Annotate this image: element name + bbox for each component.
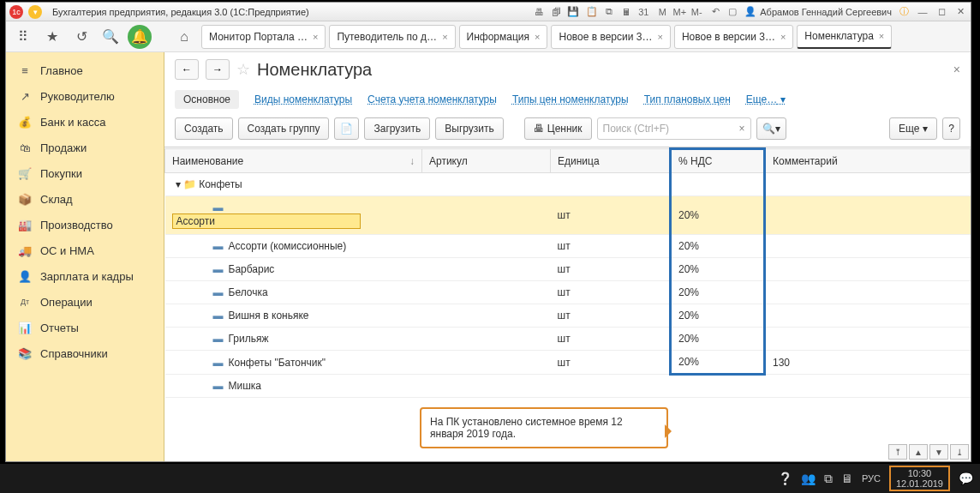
sidebar-item-operations[interactable]: ДтОперации [6, 289, 164, 315]
star-icon[interactable]: ☆ [236, 60, 250, 79]
table-row[interactable]: ▬Конфеты "Батончик"шт20%130 [165, 351, 971, 375]
sidebar-item-bank[interactable]: 💰Банк и касса [6, 109, 164, 135]
subnav-link-types[interactable]: Виды номенклатуры [254, 93, 352, 105]
sidebar-item-catalogs[interactable]: 📚Справочники [6, 340, 164, 366]
create-group-button[interactable]: Создать группу [238, 117, 330, 140]
page-down-button[interactable]: ▼ [929, 444, 948, 460]
tab-close-icon[interactable]: × [657, 32, 662, 42]
home-icon[interactable]: ⌂ [172, 25, 196, 49]
taskbar: ❔ 👥 ⧉ 🖥 РУС 10:30 12.01.2019 💬 [0, 464, 980, 493]
page-up-button[interactable]: ▲ [909, 444, 928, 460]
load-button[interactable]: Загрузить [364, 117, 430, 140]
table-row[interactable]: ▬Ассорти (комиссионные)шт20% [165, 235, 971, 258]
sidebar-item-sales[interactable]: 🛍Продажи [6, 135, 164, 160]
sidebar-item-reports[interactable]: 📊Отчеты [6, 315, 164, 340]
window-icon[interactable]: ▢ [726, 5, 739, 19]
col-comment[interactable]: Комментарий [765, 149, 971, 173]
money-icon: 💰 [18, 116, 32, 129]
copy-item-button[interactable]: 📄 [334, 117, 359, 140]
group-row[interactable]: ▾ 📁 Конфеты [165, 173, 971, 196]
sidebar-item-warehouse[interactable]: 📦Склад [6, 186, 164, 212]
more-button[interactable]: Еще ▾ [889, 117, 937, 140]
clear-search-icon[interactable]: × [739, 123, 745, 135]
back-icon[interactable]: ↶ [708, 5, 722, 19]
help-button[interactable]: ? [942, 117, 960, 140]
find-button[interactable]: 🔍▾ [756, 117, 786, 140]
subnav-current[interactable]: Основное [175, 90, 239, 109]
history-icon[interactable]: ↺ [69, 25, 93, 49]
preview-icon[interactable]: 🗐 [549, 5, 563, 19]
subnav-link-pricetypes[interactable]: Типы цен номенклатуры [512, 93, 629, 105]
tab-news2[interactable]: Новое в версии 3…× [674, 25, 793, 49]
scale-m[interactable]: M [655, 5, 669, 19]
minimize-icon[interactable]: — [916, 5, 929, 19]
network-tray-icon[interactable]: ⧉ [824, 472, 833, 486]
sidebar-item-main[interactable]: ≡Главное [6, 57, 164, 83]
apps-icon[interactable]: ⠿ [11, 25, 35, 49]
subnav-more[interactable]: Еще… ▾ [746, 93, 786, 105]
notifications-tray-icon[interactable]: 💬 [959, 472, 973, 485]
copy-icon[interactable]: 📋 [585, 5, 599, 19]
sidebar-item-production[interactable]: 🏭Производство [6, 212, 164, 237]
subnav-link-planprice[interactable]: Тип плановых цен [644, 93, 731, 105]
page-close-icon[interactable]: × [953, 63, 960, 76]
tab-close-icon[interactable]: × [442, 32, 447, 42]
notifications-icon[interactable]: 🔔 [128, 25, 152, 49]
help-tray-icon[interactable]: ❔ [778, 472, 792, 485]
page-last-button[interactable]: ⤓ [950, 444, 969, 460]
scale-m-plus[interactable]: M+ [672, 5, 686, 19]
box-icon: 📦 [18, 193, 32, 206]
subnav-link-accounts[interactable]: Счета учета номенклатуры [368, 93, 497, 105]
tab-close-icon[interactable]: × [535, 32, 540, 42]
titlebar: 1c ▾ Бухгалтерия предприятия, редакция 3… [6, 3, 971, 21]
sidebar-item-purchases[interactable]: 🛒Покупки [6, 160, 164, 186]
col-unit[interactable]: Единица [551, 149, 671, 173]
price-tag-button[interactable]: 🖶 Ценник [524, 117, 592, 140]
search-icon[interactable]: 🔍 [99, 25, 122, 49]
col-name[interactable]: Наименование↓ [165, 149, 422, 173]
close-icon[interactable]: ✕ [953, 5, 967, 19]
tab-info[interactable]: Информация× [459, 25, 548, 49]
nav-back-button[interactable]: ← [175, 59, 199, 80]
table-row[interactable]: ▬Ассортишт20% [165, 196, 971, 235]
unload-button[interactable]: Выгрузить [435, 117, 504, 140]
sidebar-item-manager[interactable]: ↗Руководителю [6, 83, 164, 109]
people-tray-icon[interactable]: 👥 [801, 472, 816, 485]
table-row[interactable]: ▬Грильяжшт20% [165, 328, 971, 351]
search-input[interactable]: Поиск (Ctrl+F)× [597, 117, 751, 140]
sidebar-item-salary[interactable]: 👤Зарплата и кадры [6, 263, 164, 289]
favorite-icon[interactable]: ★ [40, 25, 64, 49]
scale-m-minus[interactable]: M- [690, 5, 703, 19]
table-row[interactable]: ▬Барбарисшт20% [165, 258, 971, 281]
info-icon[interactable]: ⓘ [897, 5, 911, 19]
table-row[interactable]: ▬Вишня в коньякешт20% [165, 304, 971, 328]
user-label[interactable]: 👤 Абрамов Геннадий Сергеевич [744, 6, 892, 17]
calc-icon[interactable]: 🖩 [619, 5, 633, 19]
create-button[interactable]: Создать [175, 117, 233, 140]
nav-forward-button[interactable]: → [206, 59, 230, 80]
tab-guide[interactable]: Путеводитель по д…× [329, 25, 455, 49]
page-first-button[interactable]: ⤒ [888, 444, 907, 460]
factory-icon: 🏭 [18, 219, 32, 231]
maximize-icon[interactable]: ◻ [935, 5, 948, 19]
person-icon: 👤 [18, 270, 32, 283]
tab-nomenclature[interactable]: Номенклатура× [797, 25, 892, 49]
clock[interactable]: 10:30 12.01.2019 [889, 466, 950, 491]
col-article[interactable]: Артикул [422, 149, 551, 173]
table-row[interactable]: ▬Белочкашт20% [165, 281, 971, 304]
dropdown-icon[interactable]: ▾ [28, 5, 42, 19]
sidebar-item-assets[interactable]: 🚚ОС и НМА [6, 237, 164, 263]
calendar-icon[interactable]: 31 [636, 5, 650, 19]
tab-monitor[interactable]: Монитор Портала …× [201, 25, 326, 49]
lang-indicator[interactable]: РУС [862, 473, 881, 484]
col-vat[interactable]: % НДС [671, 149, 765, 173]
tab-news1[interactable]: Новое в версии 3…× [551, 25, 670, 49]
display-tray-icon[interactable]: 🖥 [841, 472, 853, 485]
print-icon[interactable]: 🖶 [532, 5, 546, 19]
table-row[interactable]: ▬Мишка [165, 375, 971, 398]
tab-close-icon[interactable]: × [313, 32, 318, 42]
compare-icon[interactable]: ⧉ [602, 5, 616, 19]
tab-close-icon[interactable]: × [879, 31, 884, 41]
tab-close-icon[interactable]: × [780, 32, 786, 42]
save-icon[interactable]: 💾 [566, 5, 580, 19]
